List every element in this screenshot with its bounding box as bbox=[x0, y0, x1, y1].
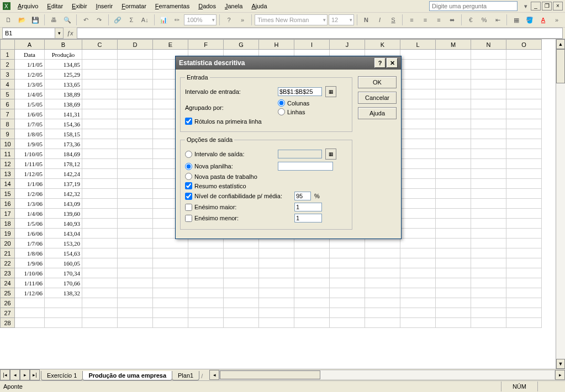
cell-O26[interactable] bbox=[506, 298, 542, 308]
ok-button[interactable]: OK bbox=[358, 76, 397, 88]
tab-nav-last[interactable]: ▸| bbox=[30, 369, 40, 380]
row-header-11[interactable]: 11 bbox=[1, 149, 15, 159]
cell-O19[interactable] bbox=[506, 229, 542, 239]
cell-D20[interactable] bbox=[118, 239, 153, 248]
cell-N16[interactable] bbox=[471, 199, 506, 209]
cell-L26[interactable] bbox=[400, 298, 436, 308]
cell-B21[interactable]: 154,63 bbox=[45, 248, 82, 258]
cell-B24[interactable]: 170,66 bbox=[45, 278, 82, 288]
cell-H23[interactable] bbox=[259, 268, 294, 278]
col-header-N[interactable]: N bbox=[471, 40, 506, 50]
cell-C18[interactable] bbox=[82, 219, 118, 229]
cell-N18[interactable] bbox=[471, 219, 506, 229]
cell-L23[interactable] bbox=[400, 268, 436, 278]
cell-N22[interactable] bbox=[471, 258, 506, 268]
cell-O3[interactable] bbox=[506, 70, 542, 80]
cell-G28[interactable] bbox=[224, 318, 259, 328]
menu-exibir[interactable]: Exibir bbox=[67, 2, 92, 10]
row-header-17[interactable]: 17 bbox=[1, 209, 15, 219]
cell-O16[interactable] bbox=[506, 199, 542, 209]
intervalo-saida-radio[interactable]: Intervalo de saída: bbox=[185, 151, 274, 158]
confianca-input[interactable] bbox=[294, 192, 311, 200]
cell-H28[interactable] bbox=[259, 318, 294, 328]
help-icon[interactable]: ? bbox=[223, 13, 235, 27]
cell-L6[interactable] bbox=[400, 99, 436, 109]
cell-A1[interactable]: Data bbox=[15, 50, 45, 60]
cell-D21[interactable] bbox=[118, 248, 153, 258]
cell-B15[interactable]: 142,32 bbox=[45, 189, 82, 199]
row-header-2[interactable]: 2 bbox=[1, 60, 15, 70]
rotulos-checkbox[interactable]: Rótulos na primeira linha bbox=[185, 118, 262, 125]
col-header-I[interactable]: I bbox=[294, 40, 330, 50]
cell-B14[interactable]: 137,19 bbox=[45, 179, 82, 189]
cell-L8[interactable] bbox=[400, 119, 436, 129]
select-all-corner[interactable] bbox=[1, 40, 15, 50]
cell-G20[interactable] bbox=[224, 239, 259, 248]
cell-H20[interactable] bbox=[259, 239, 294, 248]
cell-K21[interactable] bbox=[365, 248, 400, 258]
cell-F26[interactable] bbox=[188, 298, 224, 308]
menu-editar[interactable]: Editar bbox=[43, 2, 67, 10]
hscroll-thumb[interactable] bbox=[220, 370, 320, 379]
cell-C15[interactable] bbox=[82, 189, 118, 199]
cell-D4[interactable] bbox=[118, 80, 153, 89]
cell-N19[interactable] bbox=[471, 229, 506, 239]
cell-M17[interactable] bbox=[436, 209, 471, 219]
cell-A6[interactable]: 1/5/05 bbox=[15, 99, 45, 109]
cell-J20[interactable] bbox=[330, 239, 365, 248]
cell-J28[interactable] bbox=[330, 318, 365, 328]
cell-L14[interactable] bbox=[400, 179, 436, 189]
cell-N12[interactable] bbox=[471, 159, 506, 169]
confianca-checkbox[interactable]: Nível de confiabilidade p/ média: bbox=[185, 193, 291, 200]
cell-C21[interactable] bbox=[82, 248, 118, 258]
cell-N21[interactable] bbox=[471, 248, 506, 258]
cell-I24[interactable] bbox=[294, 278, 330, 288]
row-header-20[interactable]: 20 bbox=[1, 239, 15, 248]
cell-O12[interactable] bbox=[506, 159, 542, 169]
help-button[interactable]: Ajuda bbox=[358, 107, 397, 119]
cell-B22[interactable]: 160,05 bbox=[45, 258, 82, 268]
cell-A22[interactable]: 1/9/06 bbox=[15, 258, 45, 268]
cell-K23[interactable] bbox=[365, 268, 400, 278]
cell-A26[interactable] bbox=[15, 298, 45, 308]
cell-O8[interactable] bbox=[506, 119, 542, 129]
cell-C3[interactable] bbox=[82, 70, 118, 80]
cell-I26[interactable] bbox=[294, 298, 330, 308]
cell-L21[interactable] bbox=[400, 248, 436, 258]
cell-I21[interactable] bbox=[294, 248, 330, 258]
col-header-J[interactable]: J bbox=[330, 40, 365, 50]
cell-A16[interactable]: 1/3/06 bbox=[15, 199, 45, 209]
cell-D2[interactable] bbox=[118, 60, 153, 70]
bold-icon[interactable]: N bbox=[360, 13, 372, 27]
cell-O14[interactable] bbox=[506, 179, 542, 189]
cell-O5[interactable] bbox=[506, 89, 542, 99]
print-icon[interactable]: 🖶 bbox=[47, 13, 60, 27]
cell-F20[interactable] bbox=[188, 239, 224, 248]
cell-J27[interactable] bbox=[330, 308, 365, 318]
cell-I27[interactable] bbox=[294, 308, 330, 318]
cell-O20[interactable] bbox=[506, 239, 542, 248]
cell-L19[interactable] bbox=[400, 229, 436, 239]
cell-K25[interactable] bbox=[365, 288, 400, 298]
cell-B26[interactable] bbox=[45, 298, 82, 308]
tab-nav-first[interactable]: |◂ bbox=[0, 369, 10, 380]
cell-L27[interactable] bbox=[400, 308, 436, 318]
cell-L13[interactable] bbox=[400, 169, 436, 179]
row-header-5[interactable]: 5 bbox=[1, 89, 15, 99]
percent-icon[interactable]: % bbox=[478, 13, 490, 27]
row-header-12[interactable]: 12 bbox=[1, 159, 15, 169]
cell-C8[interactable] bbox=[82, 119, 118, 129]
scroll-thumb[interactable] bbox=[556, 49, 565, 83]
cell-G25[interactable] bbox=[224, 288, 259, 298]
sort-icon[interactable]: A↓ bbox=[139, 13, 151, 27]
cell-A12[interactable]: 1/11/05 bbox=[15, 159, 45, 169]
cell-K20[interactable] bbox=[365, 239, 400, 248]
cell-F25[interactable] bbox=[188, 288, 224, 298]
intervalo-entrada-input[interactable] bbox=[278, 87, 322, 96]
col-header-M[interactable]: M bbox=[436, 40, 471, 50]
close-button[interactable]: × bbox=[553, 2, 563, 10]
cell-J23[interactable] bbox=[330, 268, 365, 278]
cell-A5[interactable]: 1/4/05 bbox=[15, 89, 45, 99]
row-header-21[interactable]: 21 bbox=[1, 248, 15, 258]
cell-D22[interactable] bbox=[118, 258, 153, 268]
